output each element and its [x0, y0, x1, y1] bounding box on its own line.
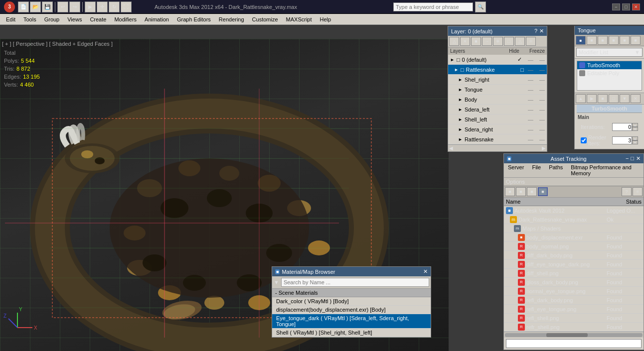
asset-menu-paths[interactable]: Paths: [545, 163, 567, 177]
menu-create[interactable]: Create: [86, 15, 110, 23]
modifier-list-dropdown[interactable]: Modifier List ▼: [576, 48, 643, 57]
menu-modifiers[interactable]: Modifiers: [110, 15, 141, 23]
open-file-button[interactable]: 📂: [30, 1, 41, 12]
rotate-button[interactable]: ↻: [109, 1, 120, 12]
render-iters-checkbox[interactable]: [581, 137, 587, 143]
mod-icon-6[interactable]: ■: [631, 36, 641, 45]
asset-options-menu[interactable]: Options: [506, 179, 525, 185]
mod-icon-4[interactable]: ■: [609, 36, 619, 45]
mod-stack-btn-1[interactable]: ▲: [576, 94, 586, 103]
redo-button[interactable]: ↪: [69, 1, 80, 12]
render-iters-down-button[interactable]: ▼: [632, 140, 638, 144]
asset-tb-help[interactable]: ?: [622, 187, 632, 196]
asset-tb-4[interactable]: ■: [538, 187, 548, 196]
mod-icon-1[interactable]: ■: [576, 36, 586, 45]
iterations-down-button[interactable]: ▼: [632, 127, 638, 131]
layer-freeze-button[interactable]: ❄: [493, 37, 503, 46]
layer-row-rattlesnake[interactable]: ► □ Rattlesnake □ ― ―: [448, 65, 547, 75]
search-input[interactable]: [393, 2, 473, 11]
minimize-button[interactable]: −: [612, 3, 620, 10]
asset-bottom-input[interactable]: [506, 339, 642, 348]
material-row-2[interactable]: Eye_tongue_dark ( VRayMtl ) [Sdera_left,…: [272, 314, 431, 329]
asset-row-3[interactable]: ■ body_displacement.exr Found: [504, 233, 644, 242]
layer-new-button[interactable]: △: [449, 37, 459, 46]
layers-help-icon[interactable]: ?: [534, 28, 537, 34]
layer-row-sdera-left[interactable]: ► Sdera_left ― ―: [448, 105, 547, 115]
asset-row-maps[interactable]: m Maps / Shaders: [504, 224, 644, 233]
menu-edit[interactable]: Edit: [2, 15, 19, 23]
mod-icon-2[interactable]: ■: [587, 36, 597, 45]
mod-icon-3[interactable]: ■: [598, 36, 608, 45]
asset-tb-2[interactable]: ■: [516, 187, 526, 196]
menu-group[interactable]: Group: [40, 15, 64, 23]
undo-button[interactable]: ↩: [57, 1, 68, 12]
menu-rendering[interactable]: Rendering: [215, 15, 248, 23]
layer-row-shell-left[interactable]: ► Shell_left ― ―: [448, 115, 547, 124]
asset-tb-3[interactable]: ■: [527, 187, 537, 196]
layer-row-body[interactable]: ► Body ― ―: [448, 95, 547, 105]
layer-row-rattlesnake-2[interactable]: ► Rattlesnake ― ―: [448, 134, 547, 144]
asset-row-13[interactable]: R refr_shell.png Found: [504, 323, 644, 332]
layers-close-icon[interactable]: ✕: [539, 28, 544, 34]
layer-row-sdera-right[interactable]: ► Sdera_right ― ―: [448, 124, 547, 134]
asset-close-button[interactable]: ✕: [636, 155, 641, 162]
asset-tb-1[interactable]: ■: [505, 187, 515, 196]
layer-row-shel-right[interactable]: ► Shel_right ― ―: [448, 75, 547, 85]
restore-button[interactable]: □: [622, 3, 630, 10]
asset-row-7[interactable]: R diff_shell.png Found: [504, 269, 644, 278]
render-iters-up-button[interactable]: ▲: [632, 136, 638, 140]
asset-menu-server[interactable]: Server: [504, 163, 528, 177]
layer-settings-button[interactable]: ⚛: [526, 37, 536, 46]
asset-row-1[interactable]: m Dark_Rattlesnake_vray.max Ok: [504, 215, 644, 224]
mod-icon-5[interactable]: ■: [620, 36, 630, 45]
mod-stack-btn-3[interactable]: ■: [598, 94, 608, 103]
asset-row-12[interactable]: R refl_shell.png Found: [504, 314, 644, 323]
layer-render-button[interactable]: △: [515, 37, 525, 46]
asset-row-9[interactable]: R normal_eye_tongue.png Found: [504, 287, 644, 296]
asset-restore-button[interactable]: □: [631, 155, 634, 162]
asset-minimize-button[interactable]: −: [626, 155, 629, 162]
mod-item-editable-poly[interactable]: Editable Poly: [577, 69, 642, 77]
layers-scroll-left-icon[interactable]: ◀: [449, 145, 453, 151]
material-row-3[interactable]: Shell ( VRayMtl ) [Shel_right, Shell_lef…: [272, 329, 431, 337]
save-file-button[interactable]: 💾: [42, 1, 53, 12]
asset-menu-file[interactable]: File: [528, 163, 545, 177]
mod-stack-btn-5[interactable]: ▼: [620, 94, 630, 103]
menu-maxscript[interactable]: MAXScript: [282, 15, 316, 23]
layer-row-0-default[interactable]: ► □ 0 (default) ✓ ― ―: [448, 55, 547, 65]
render-iters-input[interactable]: [612, 136, 632, 144]
asset-row-4[interactable]: R body_normal.png Found: [504, 242, 644, 251]
layers-scroll-right-icon[interactable]: ▶: [542, 145, 546, 151]
menu-graph-editors[interactable]: Graph Editors: [173, 15, 215, 23]
material-search-input[interactable]: [281, 278, 429, 287]
mod-item-turbosm[interactable]: TurboSmooth: [577, 61, 642, 69]
menu-help[interactable]: Help: [316, 15, 335, 23]
move-button[interactable]: ✛: [97, 1, 108, 12]
asset-row-0[interactable]: ■ Autodesk Vault 2012 Logged O...: [504, 206, 644, 215]
layer-delete-button[interactable]: ✕: [460, 37, 470, 46]
material-row-0[interactable]: Dark_color ( VRayMtl ) [Body]: [272, 297, 431, 306]
menu-tools[interactable]: Tools: [19, 15, 40, 23]
mod-stack-btn-4[interactable]: □: [609, 94, 619, 103]
asset-row-10[interactable]: R refl_dark_body.png Found: [504, 296, 644, 305]
layer-row-tongue[interactable]: ► Tongue ― ―: [448, 85, 547, 95]
asset-menu-bitmap[interactable]: Bitmap Performance and Memory: [567, 163, 644, 177]
asset-row-6[interactable]: R diff_eye_tongue_dark.png Found: [504, 260, 644, 269]
material-row-1[interactable]: displacement(body_displacement.exr) [Bod…: [272, 306, 431, 314]
layer-move-button[interactable]: →: [482, 37, 492, 46]
asset-scroll-thumb[interactable]: [546, 333, 588, 337]
search-icon[interactable]: 🔍: [475, 1, 486, 12]
menu-customize[interactable]: Customize: [248, 15, 282, 23]
close-button[interactable]: ✕: [632, 3, 640, 10]
layer-hide-button[interactable]: □: [504, 37, 514, 46]
new-file-button[interactable]: 📄: [18, 1, 29, 12]
iterations-input[interactable]: [612, 123, 632, 131]
scale-button[interactable]: ⛶: [121, 1, 132, 12]
material-close-button[interactable]: ✕: [423, 268, 428, 275]
asset-tb-settings[interactable]: ⚛: [633, 187, 643, 196]
asset-scrollbar[interactable]: [504, 332, 644, 338]
asset-row-5[interactable]: R diff_dark_body.png Found: [504, 251, 644, 260]
menu-views[interactable]: Views: [63, 15, 86, 23]
mod-stack-btn-6[interactable]: ✕: [631, 94, 641, 103]
asset-scroll-track[interactable]: [505, 333, 643, 337]
